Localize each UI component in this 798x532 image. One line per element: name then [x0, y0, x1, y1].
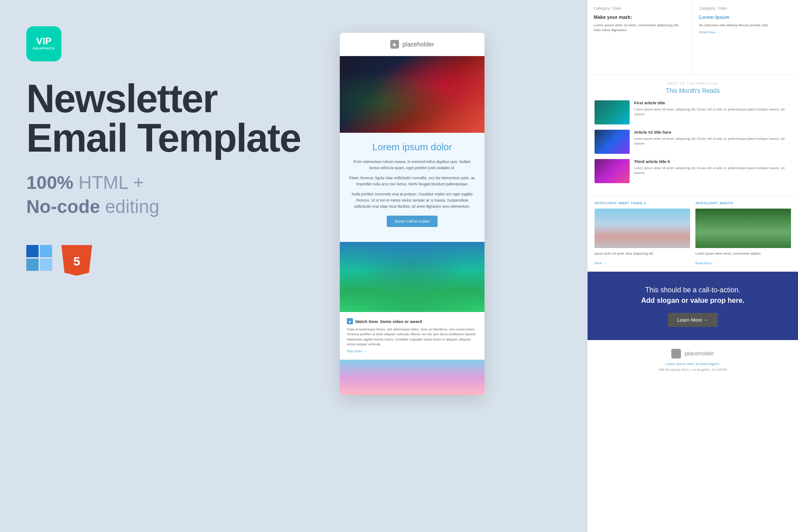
tech-icons: 5 — [26, 245, 324, 276]
article-list-item-3: Third article title h Lorem ipsum dolor … — [595, 159, 791, 183]
play-icon — [347, 318, 353, 324]
subtitle: 100% HTML + No-code editing — [26, 171, 324, 219]
spotlight-row: SPOTLIGHT: MEET THING 1 ipsum dolor sit … — [595, 201, 791, 266]
cta-text: This should be a call-to-action. Add slo… — [598, 285, 787, 306]
article-thumb-2 — [595, 130, 630, 154]
vip-text: VIP — [36, 36, 51, 46]
right-spotlight-section: SPOTLIGHT: MEET THING 1 ipsum dolor sit … — [588, 196, 798, 272]
right-panel: Category / Date Make your mark: Lorem ip… — [588, 0, 798, 532]
right-cta-banner: This should be a call-to-action. Add slo… — [588, 272, 798, 340]
spotlight1-label: SPOTLIGHT: MEET THING 1 — [595, 201, 690, 205]
card2-text: An interview with Mickey Mouse private c… — [699, 23, 792, 28]
article1-title: First article title — [634, 100, 791, 106]
article2-title: Article #2 title here — [634, 130, 791, 135]
footer-logo-icon — [671, 349, 681, 358]
email-body-para2: Etiam rhoncus, ligula vitae sollicitudin… — [349, 175, 476, 187]
email-hero-image — [340, 56, 484, 133]
email-video-title: Watch Now: Some video or award — [347, 318, 477, 324]
email-preview: placeholder Lorem ipsum dolor Proin elem… — [340, 33, 484, 395]
email-logo: placeholder — [390, 40, 434, 49]
card1-text: Lorem ipsum dolor sit amet, consectetur … — [594, 23, 687, 32]
card2-category: Category / Date — [699, 6, 792, 11]
cta-learn-more-button[interactable]: Learn More → — [668, 313, 718, 327]
email-second-image — [340, 242, 484, 312]
footer-logo-text: placeholder — [684, 350, 714, 357]
spotlight-image-2 — [695, 209, 791, 248]
spotlight1-link[interactable]: More → — [595, 261, 606, 265]
spotlight-item-2: SPOTLIGHT: ANOTH Lorem ipsum dolor amet,… — [695, 201, 791, 266]
footer-tagline: Lorem ipsum dolor sit amet tagline. — [596, 362, 789, 366]
email-video-text: Nulla at scelerisque lectus, sed ullamco… — [347, 327, 477, 347]
article-info-1: First article title Lorem ipsum dolor si… — [634, 100, 791, 117]
article-list-item-2: Article #2 title here Lorem ipsum dolor … — [595, 130, 791, 154]
email-video-link[interactable]: Play Video → — [347, 349, 477, 353]
article1-text: Lorem ipsum dolor sit amet, adipiscing e… — [634, 107, 791, 117]
footer-address: 999 Broadway Blvd, Los Angeles, CA 90045 — [596, 368, 789, 372]
card1-title: Make your mark: — [594, 14, 687, 20]
vip-badge: VIP GRAPHICS — [26, 26, 61, 61]
left-section: VIP GRAPHICS Newsletter Email Template 1… — [26, 26, 324, 276]
article-info-3: Third article title h Lorem ipsum dolor … — [634, 159, 791, 175]
spotlight-image-1 — [595, 209, 690, 248]
article-thumb-3 — [595, 159, 630, 183]
article-list-item-1: First article title Lorem ipsum dolor si… — [595, 100, 791, 124]
email-cta-button[interactable]: Some Call-to-Action — [387, 216, 438, 227]
spotlight1-text: ipsum dolor sit amet. tetur adipiscing e… — [595, 252, 690, 256]
email-headline: Lorem ipsum dolor — [349, 142, 476, 153]
email-body: Lorem ipsum dolor Proin elementum rutrum… — [340, 133, 484, 242]
spotlight2-text: Lorem ipsum dolor amet, consectetur adip… — [695, 252, 791, 256]
article-info-2: Article #2 title here Lorem ipsum dolor … — [634, 130, 791, 146]
spotlight2-label: SPOTLIGHT: ANOTH — [695, 201, 791, 205]
card2-title: Lorem Ipsum — [699, 14, 792, 20]
email-body-para1: Proin elementum rutrum massa, in euismod… — [349, 159, 476, 171]
spotlight2-link[interactable]: Read More → — [695, 261, 716, 265]
email-body-para3: Nulla porttitor commodo erat at pretium.… — [349, 192, 476, 209]
logo-text: placeholder — [403, 41, 434, 48]
card1-category: Category / Date — [594, 6, 687, 11]
right-reads-section: BEST OF THE PREVIOUS This Month's Reads … — [588, 74, 798, 196]
reads-eyebrow: BEST OF THE PREVIOUS — [595, 82, 791, 85]
html5-icon: 5 — [61, 245, 92, 276]
article3-title: Third article title h — [634, 159, 791, 164]
article-thumb-1 — [595, 100, 630, 124]
right-top-cards: Category / Date Make your mark: Lorem ip… — [588, 0, 798, 74]
email-video-section: Watch Now: Some video or award Nulla at … — [340, 312, 484, 360]
email-footer-image — [340, 360, 484, 395]
article2-text: Lorem ipsum dolor sit amet, adipiscing e… — [634, 137, 791, 146]
card2-link[interactable]: Read Now → — [699, 30, 792, 34]
right-footer: placeholder Lorem ipsum dolor sit amet t… — [588, 340, 798, 380]
article3-text: Lorem ipsum dolor sit amet, adipiscing e… — [634, 166, 791, 175]
article-card-1: Category / Date Make your mark: Lorem ip… — [588, 0, 693, 74]
graphics-text: GRAPHICS — [33, 46, 55, 51]
reads-title: This Month's Reads — [595, 87, 791, 94]
figma-icon — [26, 245, 53, 276]
spotlight-item-1: SPOTLIGHT: MEET THING 1 ipsum dolor sit … — [595, 201, 690, 266]
article-card-2: Category / Date Lorem Ipsum An interview… — [693, 0, 798, 74]
footer-logo: placeholder — [596, 349, 789, 358]
logo-icon — [390, 40, 399, 49]
main-title: Newsletter Email Template — [26, 79, 324, 158]
email-header: placeholder — [340, 33, 484, 56]
